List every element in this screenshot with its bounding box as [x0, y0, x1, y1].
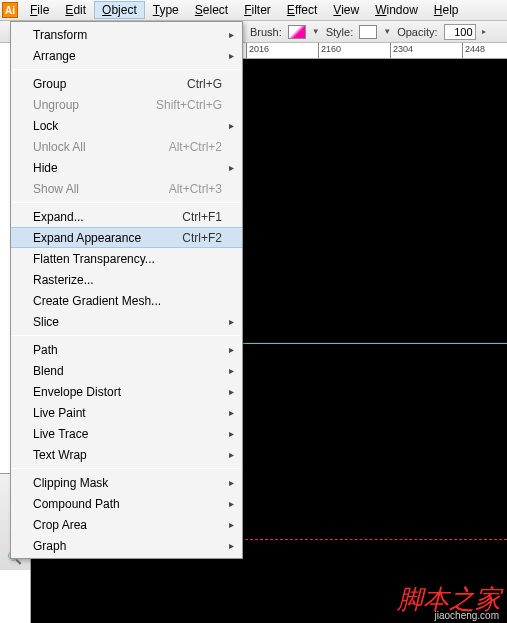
- ruler-tick: 2448: [463, 43, 507, 58]
- menu-item-envelope-distort[interactable]: Envelope Distort: [11, 381, 242, 402]
- menu-item-label: Transform: [33, 28, 87, 42]
- menu-item-label: Group: [33, 77, 66, 91]
- menu-item-label: Ungroup: [33, 98, 79, 112]
- menu-item-label: Flatten Transparency...: [33, 252, 155, 266]
- menu-item-transform[interactable]: Transform: [11, 24, 242, 45]
- menu-item-unlock-all: Unlock AllAlt+Ctrl+2: [11, 136, 242, 157]
- menu-item-label: Hide: [33, 161, 58, 175]
- menu-item-label: Create Gradient Mesh...: [33, 294, 161, 308]
- menu-view[interactable]: View: [325, 1, 367, 19]
- menu-filter[interactable]: Filter: [236, 1, 279, 19]
- menu-item-label: Graph: [33, 539, 66, 553]
- chevron-down-icon[interactable]: ▸: [482, 27, 486, 36]
- menu-object[interactable]: Object: [94, 1, 145, 19]
- menu-item-live-paint[interactable]: Live Paint: [11, 402, 242, 423]
- menu-item-crop-area[interactable]: Crop Area: [11, 514, 242, 535]
- ruler-tick: 2016: [247, 43, 319, 58]
- menu-shortcut: Ctrl+F1: [182, 210, 222, 224]
- menu-shortcut: Ctrl+G: [187, 77, 222, 91]
- menu-item-expand-appearance[interactable]: Expand AppearanceCtrl+F2: [11, 227, 242, 248]
- menu-item-label: Live Trace: [33, 427, 88, 441]
- menu-item-label: Crop Area: [33, 518, 87, 532]
- menu-item-live-trace[interactable]: Live Trace: [11, 423, 242, 444]
- menu-shortcut: Ctrl+F2: [182, 231, 222, 245]
- ruler-tick: 2304: [391, 43, 463, 58]
- menu-effect[interactable]: Effect: [279, 1, 325, 19]
- menu-item-label: Lock: [33, 119, 58, 133]
- menu-shortcut: Alt+Ctrl+2: [169, 140, 222, 154]
- brush-label: Brush:: [250, 26, 282, 38]
- menu-item-arrange[interactable]: Arrange: [11, 45, 242, 66]
- menu-item-label: Clipping Mask: [33, 476, 108, 490]
- opacity-label: Opacity:: [397, 26, 437, 38]
- menu-item-flatten-transparency[interactable]: Flatten Transparency...: [11, 248, 242, 269]
- menu-file[interactable]: File: [22, 1, 57, 19]
- chevron-down-icon[interactable]: ▼: [312, 27, 320, 36]
- menu-item-clipping-mask[interactable]: Clipping Mask: [11, 472, 242, 493]
- menu-item-create-gradient-mesh[interactable]: Create Gradient Mesh...: [11, 290, 242, 311]
- menu-item-label: Live Paint: [33, 406, 86, 420]
- menu-shortcut: Alt+Ctrl+3: [169, 182, 222, 196]
- menu-select[interactable]: Select: [187, 1, 236, 19]
- menu-window[interactable]: Window: [367, 1, 426, 19]
- menu-separator: [12, 335, 241, 336]
- menu-item-label: Rasterize...: [33, 273, 94, 287]
- menubar: Ai FileEditObjectTypeSelectFilterEffectV…: [0, 0, 507, 21]
- watermark-url: jiaocheng.com: [435, 610, 499, 621]
- menu-item-label: Slice: [33, 315, 59, 329]
- style-swatch[interactable]: [359, 25, 377, 39]
- menu-item-blend[interactable]: Blend: [11, 360, 242, 381]
- menu-item-lock[interactable]: Lock: [11, 115, 242, 136]
- menu-item-slice[interactable]: Slice: [11, 311, 242, 332]
- menu-item-label: Expand Appearance: [33, 231, 141, 245]
- menu-item-label: Show All: [33, 182, 79, 196]
- menu-item-label: Unlock All: [33, 140, 86, 154]
- object-menu-dropdown: TransformArrangeGroupCtrl+GUngroupShift+…: [10, 21, 243, 559]
- menu-item-text-wrap[interactable]: Text Wrap: [11, 444, 242, 465]
- style-label: Style:: [326, 26, 354, 38]
- menu-item-compound-path[interactable]: Compound Path: [11, 493, 242, 514]
- menu-item-path[interactable]: Path: [11, 339, 242, 360]
- menu-help[interactable]: Help: [426, 1, 467, 19]
- menu-separator: [12, 69, 241, 70]
- menu-item-label: Compound Path: [33, 497, 120, 511]
- ruler-tick: 2160: [319, 43, 391, 58]
- menu-item-label: Expand...: [33, 210, 84, 224]
- menu-item-label: Envelope Distort: [33, 385, 121, 399]
- app-icon: Ai: [2, 2, 18, 18]
- menu-separator: [12, 202, 241, 203]
- menu-shortcut: Shift+Ctrl+G: [156, 98, 222, 112]
- menu-item-rasterize[interactable]: Rasterize...: [11, 269, 242, 290]
- menu-type[interactable]: Type: [145, 1, 187, 19]
- menu-item-group[interactable]: GroupCtrl+G: [11, 73, 242, 94]
- menu-item-show-all: Show AllAlt+Ctrl+3: [11, 178, 242, 199]
- menu-item-label: Arrange: [33, 49, 76, 63]
- brush-swatch[interactable]: [288, 25, 306, 39]
- opacity-input[interactable]: [444, 24, 476, 40]
- menu-item-label: Blend: [33, 364, 64, 378]
- menu-item-label: Text Wrap: [33, 448, 87, 462]
- menu-item-graph[interactable]: Graph: [11, 535, 242, 556]
- menu-item-expand[interactable]: Expand...Ctrl+F1: [11, 206, 242, 227]
- menu-item-label: Path: [33, 343, 58, 357]
- chevron-down-icon[interactable]: ▼: [383, 27, 391, 36]
- menu-separator: [12, 468, 241, 469]
- menu-edit[interactable]: Edit: [57, 1, 94, 19]
- menu-item-ungroup: UngroupShift+Ctrl+G: [11, 94, 242, 115]
- menu-item-hide[interactable]: Hide: [11, 157, 242, 178]
